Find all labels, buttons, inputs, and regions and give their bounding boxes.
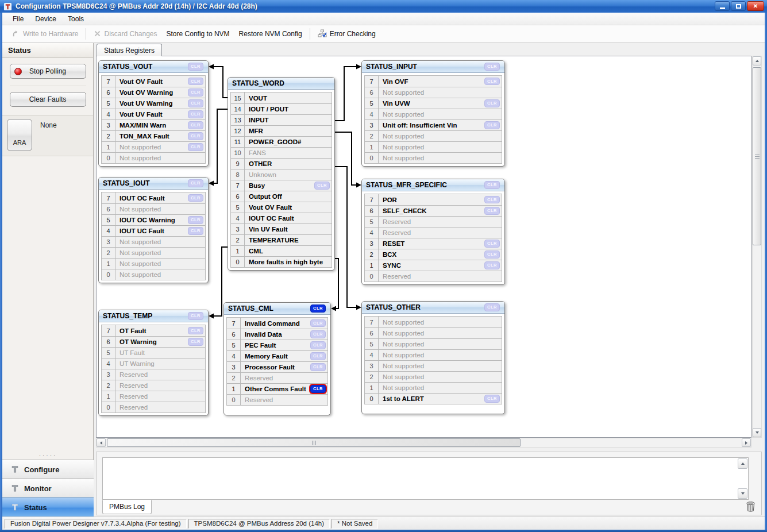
clr-button[interactable]: CLR [310,385,326,393]
status-iout-panel: STATUS_IOUTCLR7IOUT OC FaultCLR6Not supp… [98,177,209,283]
clr-button[interactable]: CLR [188,227,203,235]
clr-button[interactable]: CLR [188,338,203,346]
sidebar-nav: ····· Configure Monitor Status [2,454,94,516]
close-button[interactable]: ✕ [747,1,764,11]
menu-file[interactable]: File [7,14,29,24]
bit-number: 2 [102,380,115,391]
clr-button[interactable]: CLR [310,330,326,338]
bit-number: 4 [227,351,241,361]
error-checking-button[interactable]: Error Checking [313,27,380,41]
maximize-button[interactable] [731,1,746,11]
clr-all-button[interactable]: CLR [188,179,203,187]
app-icon [3,2,12,11]
discard-changes-button[interactable]: Discard Changes [89,28,161,40]
sidebar-item-configure[interactable]: Configure [2,460,94,479]
clr-button[interactable]: CLR [310,319,326,327]
register-bit-row: 6Invalid DataCLR [226,329,328,340]
horizontal-scroll-thumb[interactable] [107,438,521,447]
clr-button[interactable]: CLR [484,196,500,204]
bit-number: 5 [102,348,115,358]
bit-label: Not supported [379,144,502,151]
menu-tools[interactable]: Tools [62,14,90,24]
panel-title: STATUS_WORD [232,79,284,87]
vertical-scrollbar[interactable] [752,56,762,438]
clr-button[interactable]: CLR [188,99,203,107]
bit-number: 3 [227,362,241,372]
clear-faults-button[interactable]: Clear Faults [10,92,86,107]
bit-number: 14 [231,104,245,114]
tab-status-registers[interactable]: Status Registers [97,44,162,56]
clr-button[interactable]: CLR [484,261,500,269]
scroll-down-button[interactable] [753,428,761,437]
log-scroll-up-button[interactable] [738,458,747,469]
bit-number: 1 [365,383,379,393]
nav-label: Configure [24,465,59,474]
clr-button[interactable]: CLR [188,194,203,202]
clr-all-button[interactable]: CLR [188,63,203,71]
clr-button[interactable]: CLR [310,363,326,371]
clr-all-button[interactable]: CLR [310,304,326,313]
clr-all-button[interactable]: CLR [484,63,500,71]
clr-button[interactable]: CLR [188,88,203,97]
bit-label: Reserved [115,382,205,389]
clr-all-button[interactable]: CLR [188,312,203,320]
clr-button[interactable]: CLR [484,207,500,215]
clr-button[interactable]: CLR [188,132,203,140]
register-bit-row: 14IOUT / POUT [230,103,332,115]
clr-button[interactable]: CLR [310,352,326,360]
register-bit-row: 5Not supported [364,338,502,350]
scroll-left-button[interactable] [97,438,106,447]
clr-button[interactable]: CLR [188,327,203,335]
bit-number: 1 [102,259,115,269]
bit-label: OT Fault [115,327,188,334]
minimize-button[interactable] [715,1,730,11]
status-mfr-specific-panel: STATUS_MFR_SPECIFICCLR7PORCLR6SELF_CHECK… [361,179,505,285]
status-word-panel: STATUS_WORD15VOUT14IOUT / POUT13INPUT12M… [228,77,335,271]
tab-pmbus-log[interactable]: PMBus Log [102,500,152,514]
sidebar-item-status[interactable]: Status [2,498,94,516]
register-bit-row: 1SYNCCLR [364,260,502,271]
stop-polling-button[interactable]: Stop Polling [10,64,86,79]
vertical-scroll-thumb[interactable] [753,67,761,245]
ara-button[interactable]: ARA [7,119,32,151]
clr-button[interactable]: CLR [188,78,203,86]
clr-button[interactable]: CLR [484,250,500,259]
register-bit-row: 5UT Fault [101,347,206,358]
bit-number: 7 [365,76,379,87]
log-scroll-down-button[interactable] [738,488,747,499]
write-to-hardware-button[interactable]: Write to Hardware [7,27,83,40]
bit-number: 6 [102,337,115,347]
scroll-up-button[interactable] [753,56,761,65]
menu-device[interactable]: Device [29,14,62,24]
scroll-right-button[interactable] [742,438,751,447]
clr-button[interactable]: CLR [188,121,203,129]
bit-label: Not supported [379,111,502,118]
clr-button[interactable]: CLR [188,216,203,224]
restore-nvm-config-button[interactable]: Restore NVM Config [234,28,307,40]
register-bit-row: 3RESETCLR [364,238,502,249]
bit-number: 2 [102,131,115,141]
clear-log-button[interactable] [744,500,757,512]
bit-number: 13 [231,115,245,125]
clr-button[interactable]: CLR [484,78,500,86]
pmbus-log-output[interactable] [102,457,749,500]
clr-button[interactable]: CLR [310,341,326,349]
register-bit-row: 1Not supported [364,141,502,153]
sidebar-item-monitor[interactable]: Monitor [2,479,94,498]
horizontal-scrollbar[interactable] [96,438,751,448]
bit-number: 1 [365,142,379,152]
clr-all-button[interactable]: CLR [484,303,500,311]
discard-changes-label: Discard Changes [104,30,157,38]
clr-button[interactable]: CLR [484,121,500,129]
clr-button[interactable]: CLR [188,110,203,118]
bit-number: 3 [365,361,379,371]
splitter-handle[interactable]: ····· [2,454,94,460]
clr-button[interactable]: CLR [484,99,500,107]
clr-all-button[interactable]: CLR [484,181,500,189]
clr-button[interactable]: CLR [484,395,500,403]
store-config-nvm-button[interactable]: Store Config to NVM [162,28,234,40]
clr-button[interactable]: CLR [484,240,500,248]
clr-button[interactable]: CLR [188,143,203,151]
clr-button[interactable]: CLR [314,182,330,190]
bit-number: 3 [365,238,379,249]
